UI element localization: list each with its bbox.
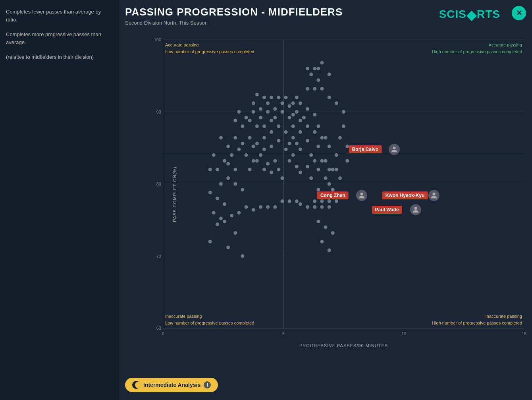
svg-point-68 bbox=[295, 142, 299, 145]
svg-text:80: 80 bbox=[156, 182, 161, 186]
svg-text:70: 70 bbox=[156, 254, 161, 259]
svg-point-31 bbox=[208, 168, 212, 171]
svg-point-134 bbox=[237, 211, 241, 214]
svg-point-70 bbox=[277, 124, 280, 128]
svg-point-129 bbox=[273, 205, 277, 209]
sidebar-text-3: (relative to midfielders in their divisi… bbox=[6, 53, 113, 61]
svg-point-121 bbox=[328, 145, 331, 148]
svg-point-93 bbox=[309, 176, 313, 180]
svg-point-74 bbox=[248, 119, 252, 122]
svg-point-155 bbox=[328, 73, 331, 76]
svg-point-62 bbox=[291, 153, 295, 157]
svg-point-76 bbox=[233, 119, 237, 122]
svg-point-161 bbox=[328, 182, 331, 186]
info-icon[interactable]: i bbox=[204, 381, 211, 388]
svg-point-35 bbox=[237, 147, 241, 151]
svg-point-130 bbox=[266, 205, 270, 209]
svg-point-160 bbox=[320, 199, 324, 203]
svg-point-118 bbox=[313, 113, 316, 116]
main-content: PASSING PROGRESSION - MIDFIELDERS Second… bbox=[119, 0, 532, 400]
svg-point-151 bbox=[338, 136, 342, 139]
svg-point-163 bbox=[320, 61, 324, 65]
svg-point-41 bbox=[219, 136, 223, 139]
svg-point-142 bbox=[328, 248, 331, 252]
player-avatar bbox=[356, 190, 367, 201]
svg-point-154 bbox=[345, 159, 349, 162]
svg-point-113 bbox=[284, 96, 288, 99]
svg-point-108 bbox=[252, 101, 255, 105]
svg-point-53 bbox=[277, 168, 280, 171]
svg-point-136 bbox=[223, 220, 226, 223]
svg-point-169 bbox=[320, 205, 324, 209]
player-avatar bbox=[428, 190, 439, 201]
player-label[interactable]: Cong Zhen bbox=[317, 191, 349, 199]
svg-point-26 bbox=[233, 182, 237, 186]
svg-point-36 bbox=[245, 153, 248, 157]
player-avatar bbox=[389, 144, 400, 155]
svg-point-115 bbox=[295, 96, 299, 99]
svg-point-71 bbox=[270, 119, 273, 122]
intermediate-analysis-button[interactable]: Intermediate Analysis i bbox=[125, 378, 218, 392]
svg-point-37 bbox=[252, 159, 255, 162]
svg-point-73 bbox=[255, 124, 259, 128]
svg-point-175 bbox=[432, 193, 435, 195]
svg-point-103 bbox=[288, 104, 291, 108]
svg-point-81 bbox=[266, 110, 270, 114]
moon-icon bbox=[132, 381, 140, 389]
svg-point-170 bbox=[328, 205, 331, 209]
svg-point-153 bbox=[335, 153, 338, 157]
svg-point-166 bbox=[299, 202, 302, 206]
svg-point-150 bbox=[342, 124, 345, 128]
svg-point-165 bbox=[288, 199, 291, 203]
svg-point-44 bbox=[262, 168, 266, 171]
x-axis-label: PROGRESSIVE PASSES/90 MINUTES bbox=[299, 343, 388, 348]
svg-point-19 bbox=[219, 217, 223, 220]
svg-point-146 bbox=[320, 87, 324, 91]
sidebar-text-1: Completes fewer passes than average by r… bbox=[6, 8, 113, 23]
svg-point-59 bbox=[284, 147, 288, 151]
svg-point-147 bbox=[328, 96, 331, 99]
svg-point-86 bbox=[302, 116, 306, 120]
svg-point-58 bbox=[277, 139, 280, 143]
header: PASSING PROGRESSION - MIDFIELDERS Second… bbox=[125, 6, 343, 26]
svg-point-61 bbox=[288, 142, 291, 145]
svg-point-87 bbox=[299, 130, 302, 134]
svg-point-157 bbox=[316, 67, 320, 70]
svg-point-45 bbox=[259, 153, 262, 157]
svg-point-89 bbox=[309, 153, 313, 157]
svg-point-55 bbox=[270, 145, 273, 148]
svg-point-21 bbox=[223, 202, 226, 206]
svg-point-28 bbox=[233, 168, 237, 171]
page-subtitle: Second Division North, This Season bbox=[125, 20, 343, 26]
svg-point-99 bbox=[313, 130, 316, 134]
svg-point-22 bbox=[216, 197, 219, 200]
close-button[interactable]: ✕ bbox=[512, 6, 526, 20]
svg-point-56 bbox=[262, 136, 266, 139]
svg-point-128 bbox=[280, 199, 284, 203]
svg-point-98 bbox=[320, 136, 324, 139]
svg-point-83 bbox=[280, 110, 284, 114]
svg-point-33 bbox=[223, 159, 226, 162]
logo-text: SCIS◆RTS bbox=[439, 8, 500, 20]
svg-point-167 bbox=[306, 205, 309, 209]
svg-point-25 bbox=[226, 176, 230, 180]
svg-point-32 bbox=[212, 153, 216, 157]
svg-point-90 bbox=[306, 165, 309, 168]
svg-point-95 bbox=[324, 176, 328, 180]
bottom-bar: Intermediate Analysis i bbox=[125, 378, 218, 392]
svg-point-114 bbox=[291, 101, 295, 105]
svg-text:10: 10 bbox=[401, 331, 406, 336]
svg-point-172 bbox=[331, 168, 335, 171]
player-label[interactable]: Kwon Hyeok-Kyu bbox=[382, 191, 428, 199]
player-label[interactable]: Borja Calvo bbox=[349, 145, 382, 153]
svg-point-131 bbox=[259, 205, 262, 209]
svg-point-116 bbox=[299, 101, 302, 105]
svg-point-117 bbox=[306, 107, 309, 111]
svg-point-107 bbox=[259, 107, 262, 111]
svg-point-24 bbox=[219, 182, 223, 186]
svg-point-109 bbox=[255, 93, 259, 96]
svg-point-148 bbox=[335, 101, 338, 105]
svg-point-18 bbox=[233, 231, 237, 235]
player-label[interactable]: Paul Wade bbox=[372, 206, 402, 214]
svg-point-34 bbox=[230, 153, 233, 157]
